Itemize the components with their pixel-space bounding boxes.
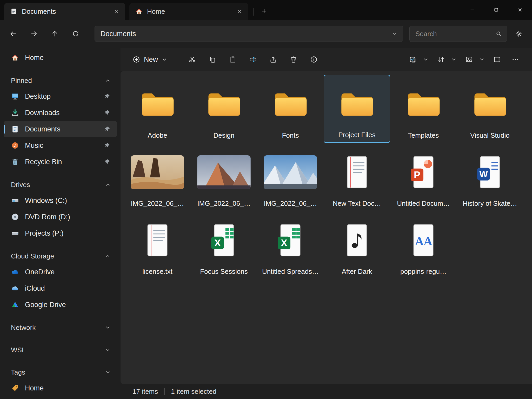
refresh-button[interactable] [68, 26, 84, 42]
sidebar-section-pinned[interactable]: Pinned [4, 73, 117, 88]
close-button[interactable] [508, 0, 532, 20]
file-item-selected[interactable]: Project Files [324, 75, 390, 143]
paste-button[interactable] [224, 51, 241, 68]
file-label: poppins-regu… [400, 268, 447, 279]
section-label: Pinned [11, 77, 32, 85]
file-item[interactable]: Templates [390, 75, 457, 143]
sidebar-item-label: Music [25, 142, 43, 150]
file-item[interactable]: After Dark [324, 211, 390, 279]
maximize-button[interactable] [484, 0, 508, 20]
sidebar-item-label: OneDrive [25, 268, 55, 276]
sort-button[interactable] [433, 51, 449, 68]
chevron-down-icon[interactable] [105, 325, 111, 330]
chevron-down-icon[interactable] [451, 57, 457, 62]
sidebar-item-music[interactable]: Music [4, 137, 117, 154]
settings-button[interactable] [511, 26, 527, 42]
sidebar-section-wsl[interactable]: WSL [4, 342, 117, 357]
back-button[interactable] [5, 26, 21, 42]
sidebar-item-icloud[interactable]: iCloud [4, 280, 117, 296]
pin-icon[interactable] [104, 126, 111, 132]
file-label: IMG_2022_06_… [197, 200, 250, 211]
new-button[interactable]: New [128, 51, 172, 68]
file-item[interactable]: Untitled Docum… [390, 143, 457, 211]
file-item[interactable]: poppins-regu… [390, 211, 457, 279]
sidebar-section-cloud-storage[interactable]: Cloud Storage [4, 249, 117, 264]
search-input[interactable] [415, 30, 495, 38]
chevron-up-icon[interactable] [105, 182, 111, 188]
files-panel: Adobe Design Fonts Project Files [121, 71, 532, 384]
share-button[interactable] [265, 51, 282, 68]
tab-documents[interactable]: Documents [4, 3, 125, 20]
sidebar-item-desktop[interactable]: Desktop [4, 88, 117, 104]
forward-icon [30, 30, 38, 37]
properties-button[interactable] [305, 51, 322, 68]
cut-button[interactable] [184, 51, 201, 68]
view-button[interactable] [461, 51, 477, 68]
image-thumbnail [257, 145, 324, 200]
sidebar-item-windows-c[interactable]: Windows (C:) [4, 192, 117, 209]
chevron-up-icon[interactable] [105, 253, 111, 259]
chevron-down-icon[interactable] [391, 31, 397, 37]
file-item[interactable]: license.txt [124, 211, 191, 279]
details-pane-button[interactable] [489, 51, 506, 68]
sidebar-item-tag-home[interactable]: Home [4, 380, 117, 396]
chevron-down-icon[interactable] [105, 369, 111, 375]
delete-button[interactable] [285, 51, 302, 68]
file-item[interactable]: New Text Doc… [324, 143, 390, 211]
chevron-down-icon[interactable] [105, 347, 111, 353]
chevron-down-icon[interactable] [479, 57, 485, 62]
file-item[interactable]: Design [191, 75, 257, 143]
address-bar[interactable]: Documents [95, 26, 403, 42]
pin-icon[interactable] [104, 142, 111, 149]
tag-icon [11, 384, 19, 392]
pin-icon[interactable] [104, 158, 111, 165]
sidebar-item-google-drive[interactable]: Google Drive [4, 297, 117, 313]
see-more-button[interactable] [507, 51, 524, 68]
pin-icon[interactable] [104, 109, 111, 116]
drive-icon [11, 229, 19, 237]
sidebar-item-home[interactable]: Home [4, 50, 117, 66]
file-item[interactable]: IMG_2022_06_… [191, 143, 257, 211]
sidebar-section-tags[interactable]: Tags [4, 365, 117, 380]
chevron-down-icon[interactable] [423, 57, 429, 62]
section-label: Network [11, 324, 36, 332]
sidebar-item-onedrive[interactable]: OneDrive [4, 264, 117, 280]
select-button[interactable] [405, 51, 421, 68]
sidebar-item-label: Downloads [25, 109, 60, 117]
sidebar-item-label: Recycle Bin [25, 158, 62, 166]
file-item[interactable]: Untitled Spreads… [257, 211, 324, 279]
rename-button[interactable] [245, 51, 261, 68]
tab-close-button[interactable] [111, 6, 122, 17]
minimize-button[interactable] [460, 0, 484, 20]
file-item[interactable]: Visual Studio [457, 75, 523, 143]
file-item[interactable]: Fonts [257, 75, 324, 143]
new-tab-button[interactable] [258, 5, 270, 17]
file-label: Focus Sessions [200, 268, 248, 279]
file-item[interactable]: IMG_2022_06_… [124, 143, 191, 211]
up-button[interactable] [47, 26, 63, 42]
tab-home[interactable]: Home [129, 3, 248, 20]
file-item[interactable]: Focus Sessions [191, 211, 257, 279]
content-area: New [121, 48, 532, 399]
sidebar-section-network[interactable]: Network [4, 320, 117, 335]
tab-close-button[interactable] [234, 6, 245, 17]
folder-icon [457, 77, 523, 131]
sidebar: Home Pinned Desktop Downloads Documents [0, 48, 121, 399]
file-label: license.txt [142, 268, 172, 279]
file-label: Untitled Spreads… [262, 268, 319, 279]
sidebar-section-drives[interactable]: Drives [4, 177, 117, 192]
section-label: Drives [11, 181, 30, 189]
file-item[interactable]: Adobe [124, 75, 191, 143]
sidebar-item-documents[interactable]: Documents [4, 121, 117, 137]
sidebar-item-downloads[interactable]: Downloads [4, 105, 117, 121]
sidebar-item-projects-p[interactable]: Projects (P:) [4, 225, 117, 241]
folder-icon [257, 77, 324, 131]
forward-button[interactable] [26, 26, 42, 42]
file-item[interactable]: History of Skate… [457, 143, 523, 211]
pin-icon[interactable] [104, 93, 111, 100]
copy-button[interactable] [204, 51, 221, 68]
sidebar-item-recycle-bin[interactable]: Recycle Bin [4, 154, 117, 170]
chevron-up-icon[interactable] [105, 78, 111, 83]
sidebar-item-dvd-rom[interactable]: DVD Rom (D:) [4, 209, 117, 225]
file-item[interactable]: IMG_2022_06_… [257, 143, 324, 211]
